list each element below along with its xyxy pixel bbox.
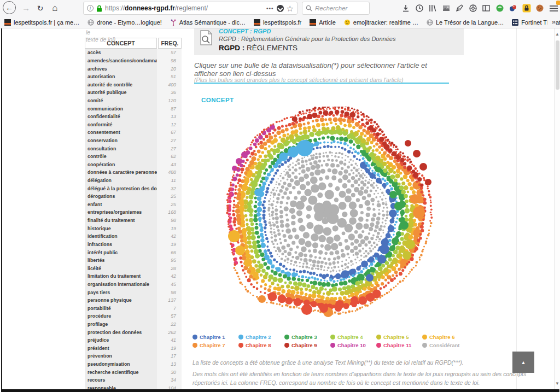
concept-row[interactable]: dérogations25 [85, 192, 182, 201]
bookmark-item[interactable]: lespetitspois.fr | ça me… [4, 19, 79, 26]
concept-row[interactable]: pays tiers98 [85, 288, 182, 296]
concept-row[interactable]: protection des données262 [85, 328, 182, 336]
concept-row[interactable]: prévention17 [85, 352, 182, 360]
concept-label: consultation [85, 144, 157, 153]
bookmarks-overflow-chevron[interactable]: » [547, 17, 556, 26]
legend-dot-icon [376, 335, 381, 340]
concept-freq: 488 [157, 168, 182, 177]
page-actions-icon[interactable]: ••• [266, 5, 274, 11]
bookmark-item[interactable]: Atlas Sémantique - dic… [170, 19, 246, 26]
legend-label: Chapitre 1 [200, 334, 225, 340]
concept-row[interactable]: intérêt public66 [85, 248, 182, 256]
concept-row[interactable]: recherche scientifique30 [85, 368, 182, 376]
concept-row[interactable]: délégation11 [85, 177, 182, 185]
site-info-icon[interactable]: i [87, 5, 94, 11]
concept-row[interactable]: personne physique137 [85, 296, 182, 305]
ext-cookie-icon[interactable] [533, 2, 546, 15]
bookmark-item[interactable]: Le Trésor de la Langue… [427, 19, 504, 26]
bookmark-item[interactable]: Article [310, 19, 336, 26]
concept-row[interactable]: autorité de contrôle400 [85, 80, 182, 89]
bubble-visualization[interactable] [208, 107, 444, 320]
legend-dot-icon [330, 335, 335, 340]
concept-row[interactable]: libertés95 [85, 256, 182, 265]
bookmark-item[interactable]: lespetitspois.fr [254, 19, 301, 26]
concept-row[interactable]: enfant25 [85, 201, 182, 209]
url-bar[interactable]: i https://donnees-rgpd.fr/reglement/ •••… [83, 2, 298, 15]
concept-freq: 27 [157, 144, 182, 153]
history-icon[interactable] [413, 2, 426, 15]
concept-row[interactable]: autorisation51 [85, 73, 182, 81]
concept-label: pays tiers [85, 288, 157, 296]
result-concept-link[interactable]: CONCEPT : RGPD [219, 28, 395, 34]
concept-row[interactable]: entreprises/organismes168 [85, 208, 182, 217]
concept-label: licéité [85, 264, 157, 272]
concept-row[interactable]: coopération43 [85, 161, 182, 169]
pen-icon[interactable] [453, 2, 466, 15]
concept-row[interactable]: organisation internationale45 [85, 280, 182, 289]
concept-row[interactable]: consentement67 [85, 128, 182, 137]
concept-row[interactable]: amendes/sanctions/condamnati…98 [85, 57, 182, 65]
concept-row[interactable]: profilage22 [85, 320, 182, 329]
concept-row[interactable]: conservation27 [85, 137, 182, 145]
concept-row[interactable]: président19 [85, 344, 182, 353]
pocket-icon[interactable] [277, 5, 284, 12]
library-icon[interactable] [426, 2, 439, 15]
extensions-icon[interactable] [466, 2, 480, 15]
concept-row[interactable]: finalité du traitement98 [85, 217, 182, 225]
concept-row[interactable]: délégué à la protection des don…32 [85, 184, 182, 192]
concept-label: communication [85, 104, 157, 113]
reload-button[interactable]: ↻ [33, 1, 47, 15]
concept-row[interactable]: préjudice41 [85, 336, 182, 344]
download-icon[interactable] [399, 2, 412, 15]
back-to-top-button[interactable]: ▲ [512, 352, 534, 373]
bookmark-star-icon[interactable]: ☆ [287, 4, 294, 13]
forward-button[interactable]: → [19, 1, 33, 15]
bookmark-item[interactable]: emojitracker: realtime … [344, 19, 418, 26]
legend-label: Chapitre 8 [246, 342, 271, 348]
screenshot-icon[interactable] [440, 2, 453, 15]
url-scheme: https:// [105, 4, 125, 12]
scrollbar-up-arrow[interactable]: ▲ [555, 32, 560, 37]
concept-row[interactable]: consultation27 [85, 144, 182, 153]
concept-row[interactable]: identification42 [85, 232, 182, 241]
menu-icon[interactable] [547, 2, 560, 15]
concept-row[interactable]: données à caractère personnel488 [85, 168, 182, 177]
concept-row[interactable]: recours34 [85, 376, 182, 384]
legend-dot-icon [192, 335, 197, 340]
concept-freq: 17 [157, 352, 182, 360]
bookmark-item[interactable]: drone - Etymo…logique! [88, 19, 162, 26]
ext-lock-icon[interactable] [520, 2, 533, 15]
concept-row[interactable]: licéité28 [85, 264, 182, 272]
concept-freq: 34 [157, 376, 182, 384]
concept-row[interactable]: procédure57 [85, 312, 182, 320]
back-button[interactable]: ← [3, 1, 16, 14]
concept-row[interactable]: pseudonymisation13 [85, 360, 182, 368]
concept-freq: 51 [157, 73, 182, 81]
concept-row[interactable]: communication87 [85, 104, 182, 113]
concept-row[interactable]: historique19 [85, 224, 182, 232]
scrollbar-thumb[interactable] [556, 40, 559, 90]
sidebar-icon[interactable] [480, 2, 493, 15]
concept-label: protection des données [85, 328, 157, 336]
search-bar[interactable]: Rechercher [302, 2, 370, 15]
concept-row[interactable]: limitation du traitement42 [85, 272, 182, 280]
https-lock-icon [96, 5, 102, 12]
concept-row[interactable]: autorité publique36 [85, 89, 182, 97]
concept-row[interactable]: contrôle62 [85, 153, 182, 161]
concept-row[interactable]: conformité12 [85, 120, 182, 128]
home-button[interactable]: ⌂ [48, 1, 62, 15]
concept-row[interactable]: comité120 [85, 97, 182, 105]
legend-dot-icon [330, 343, 335, 348]
concept-row[interactable]: accès57 [85, 49, 182, 57]
legend-dot-icon [284, 335, 289, 340]
scrollbar-down-arrow[interactable]: ▼ [555, 381, 560, 386]
concept-row[interactable]: portabilité7 [85, 305, 182, 313]
concept-freq: 22 [157, 320, 182, 329]
concept-row[interactable]: confidentialité13 [85, 113, 182, 121]
page-scrollbar[interactable]: ▲ ▼ [554, 28, 560, 389]
concept-row[interactable]: infractions19 [85, 241, 182, 249]
ext-spheres-icon[interactable] [506, 2, 520, 15]
concept-freq: 262 [157, 328, 182, 336]
concept-row[interactable]: archives20 [85, 65, 182, 73]
ext-green-icon[interactable] [493, 2, 506, 15]
